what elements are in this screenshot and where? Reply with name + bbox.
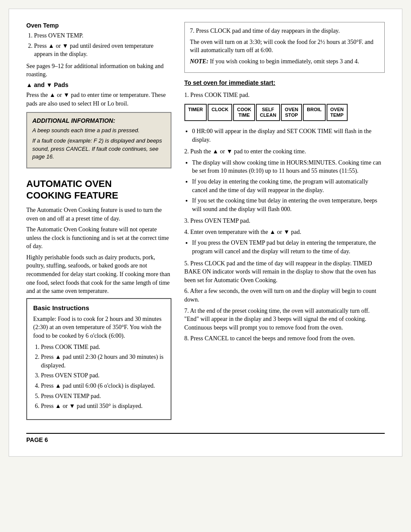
top-box-note: NOTE: If you wish cooking to begin immed… xyxy=(190,57,379,66)
bullet-4: If you press the OVEN TEMP pad but delay… xyxy=(192,239,385,255)
basic-step-1: Press COOK TIME pad. xyxy=(41,343,165,352)
note-label: NOTE: xyxy=(190,58,209,65)
note-text: If you wish cooking to begin immediately… xyxy=(209,58,359,65)
feature-desc-1: The Automatic Oven Cooking feature is us… xyxy=(26,206,171,223)
btn-self-clean[interactable]: SELF CLEAN xyxy=(256,104,280,121)
step-6: 6. After a few seconds, the oven will tu… xyxy=(184,287,385,304)
step-7: 7. At the end of the preset cooking time… xyxy=(184,307,385,332)
pads-title: ▲ and ▼ Pads xyxy=(26,81,171,88)
basic-instructions-title: Basic Instructions xyxy=(33,304,165,311)
btn-oven-temp[interactable]: OVEN TEMP xyxy=(327,104,348,121)
immediate-start-title: To set oven for immediate start: xyxy=(184,79,385,87)
btn-cook-time[interactable]: COOK TIME xyxy=(233,104,255,121)
bullet-1: 0 HR:00 will appear in the display and S… xyxy=(192,127,385,144)
bullet-2a: The display will show cooking time in HO… xyxy=(192,159,385,175)
basic-step-4: Press ▲ pad until 6:00 (6 o'clock) is di… xyxy=(41,382,165,390)
additional-info-title: ADDITIONAL INFORMATION: xyxy=(32,117,165,124)
page-number: PAGE 6 xyxy=(26,436,48,443)
btn-broil[interactable]: BROIL xyxy=(303,104,325,121)
oven-temp-steps: Press OVEN TEMP. Press ▲ or ▼ pad until … xyxy=(34,31,171,59)
oven-step-1: Press OVEN TEMP. xyxy=(34,31,171,40)
bullet-2c: If you set the cooking time but delay in… xyxy=(192,196,385,213)
step-5: 5. Press CLOCK pad and the time of day w… xyxy=(184,259,385,285)
basic-steps-list: Press COOK TIME pad. Press ▲ pad until 2… xyxy=(41,343,165,411)
bullet-list-4: If you press the OVEN TEMP pad but delay… xyxy=(192,239,385,255)
big-section-title: AUTOMATIC OVEN COOKING FEATURE xyxy=(26,178,171,202)
btn-clock[interactable]: CLOCK xyxy=(208,104,232,121)
top-box-detail: The oven will turn on at 3:30; will cook… xyxy=(190,38,379,55)
left-column: Oven Temp Press OVEN TEMP. Press ▲ or ▼ … xyxy=(26,22,171,425)
bullet-list-1: 0 HR:00 will appear in the display and S… xyxy=(192,127,385,144)
btn-oven-stop[interactable]: OVEN STOP xyxy=(281,104,302,121)
feature-desc-3: Highly perishable foods such as dairy pr… xyxy=(26,253,171,296)
bullet-2b: If you delay in entering the cooking tim… xyxy=(192,177,385,194)
step-4: 4. Enter oven temperature with the ▲ or … xyxy=(184,228,385,236)
pads-text: Press the ▲ or ▼ pad to enter time or te… xyxy=(26,91,171,108)
additional-info-item-1: A beep sounds each time a pad is pressed… xyxy=(32,127,165,134)
additional-info-box: ADDITIONAL INFORMATION: A beep sounds ea… xyxy=(26,112,171,168)
bullet-list-2: The display will show cooking time in HO… xyxy=(192,159,385,214)
basic-step-3: Press OVEN STOP pad. xyxy=(41,371,165,380)
step-3: 3. Press OVEN TEMP pad. xyxy=(184,217,385,225)
step-8: 8. Press CANCEL to cancel the beeps and … xyxy=(184,334,385,343)
button-row: TIMER CLOCK COOK TIME SELF CLEAN OVEN ST… xyxy=(184,104,385,121)
feature-desc-2: The Automatic Oven Cooking feature will … xyxy=(26,225,171,251)
top-box-step7: 7. Press CLOCK pad and time of day reapp… xyxy=(190,27,379,35)
basic-step-2: Press ▲ pad until 2:30 (2 hours and 30 m… xyxy=(41,353,165,370)
oven-temp-note: See pages 9–12 for additional informatio… xyxy=(26,62,171,79)
basic-step-6: Press ▲ or ▼ pad until 350° is displayed… xyxy=(41,402,165,411)
additional-info-item-2: If a fault code (example: F 2) is displa… xyxy=(32,137,165,161)
step-2: 2. Push the ▲ or ▼ pad to enter the cook… xyxy=(184,147,385,156)
right-top-box: 7. Press CLOCK pad and time of day reapp… xyxy=(184,22,385,73)
basic-instructions-box: Basic Instructions Example: Food is to c… xyxy=(26,298,171,420)
page: Oven Temp Press OVEN TEMP. Press ▲ or ▼ … xyxy=(9,9,402,457)
right-column: 7. Press CLOCK pad and time of day reapp… xyxy=(184,22,385,425)
basic-step-5: Press OVEN TEMP pad. xyxy=(41,392,165,401)
immediate-step1: 1. Press COOK TIME pad. xyxy=(184,91,385,100)
page-footer: PAGE 6 xyxy=(26,433,385,443)
oven-step-2: Press ▲ or ▼ pad until desired oven temp… xyxy=(34,42,171,59)
oven-temp-title: Oven Temp xyxy=(26,22,171,29)
basic-example: Example: Food is to cook for 2 hours and… xyxy=(33,315,165,340)
btn-timer[interactable]: TIMER xyxy=(184,104,207,121)
